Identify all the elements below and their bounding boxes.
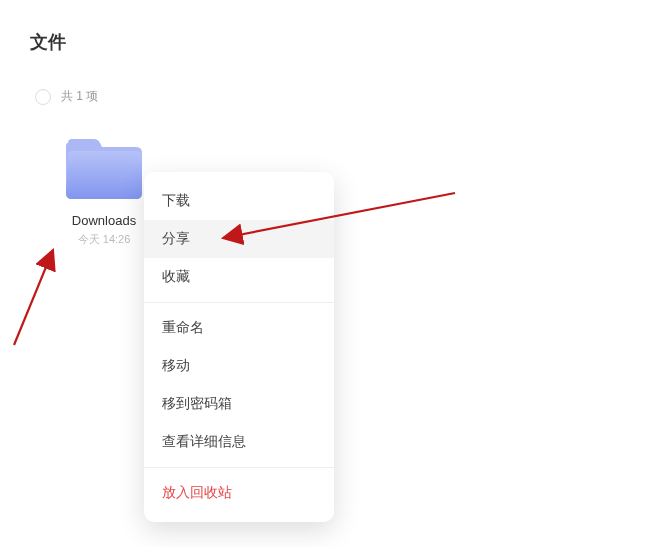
menu-share[interactable]: 分享 (144, 220, 334, 258)
menu-view-details[interactable]: 查看详细信息 (144, 423, 334, 461)
svg-line-0 (14, 250, 53, 345)
menu-divider (144, 302, 334, 303)
menu-move-to-vault[interactable]: 移到密码箱 (144, 385, 334, 423)
folder-name: Downloads (72, 213, 136, 228)
select-all-checkbox[interactable] (35, 89, 51, 105)
item-count-row: 共 1 项 (35, 88, 98, 105)
folder-item[interactable]: Downloads 今天 14:26 (58, 135, 150, 247)
menu-favorite[interactable]: 收藏 (144, 258, 334, 296)
context-menu: 下载 分享 收藏 重命名 移动 移到密码箱 查看详细信息 放入回收站 (144, 172, 334, 522)
menu-divider (144, 467, 334, 468)
menu-download[interactable]: 下载 (144, 182, 334, 220)
folder-time: 今天 14:26 (78, 232, 131, 247)
folder-icon (62, 135, 146, 203)
menu-recycle[interactable]: 放入回收站 (144, 474, 334, 512)
item-count-text: 共 1 项 (61, 88, 98, 105)
menu-move[interactable]: 移动 (144, 347, 334, 385)
menu-rename[interactable]: 重命名 (144, 309, 334, 347)
page-title: 文件 (30, 30, 66, 54)
